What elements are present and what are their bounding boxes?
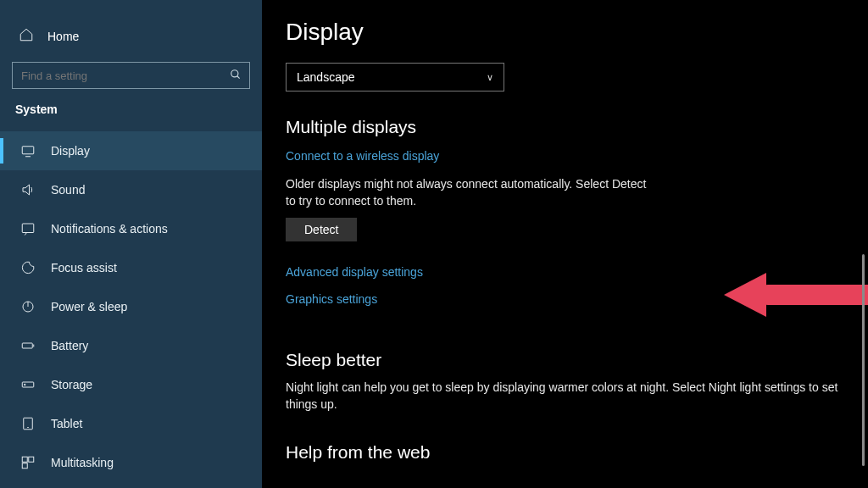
battery-icon	[20, 338, 36, 353]
tablet-icon	[20, 416, 36, 431]
power-icon	[20, 299, 36, 314]
search-icon	[230, 69, 242, 83]
svg-rect-13	[22, 457, 27, 462]
multiple-displays-heading: Multiple displays	[286, 117, 853, 137]
svg-rect-15	[22, 463, 27, 469]
display-icon	[20, 143, 36, 158]
home-button[interactable]: Home	[0, 24, 262, 62]
orientation-value: Landscape	[297, 70, 355, 84]
sidebar-item-label: Power & sleep	[51, 300, 127, 313]
svg-rect-14	[29, 457, 34, 462]
focus-assist-icon	[20, 260, 36, 275]
graphics-settings-link[interactable]: Graphics settings	[286, 292, 853, 306]
svg-rect-2	[22, 147, 34, 154]
sidebar-item-label: Battery	[51, 339, 88, 352]
sidebar-item-label: Tablet	[51, 417, 82, 430]
sidebar-item-label: Multitasking	[51, 456, 114, 469]
sidebar-item-sound[interactable]: Sound	[0, 170, 262, 209]
older-displays-text: Older displays might not always connect …	[286, 176, 650, 209]
sidebar-item-tablet[interactable]: Tablet	[0, 404, 262, 443]
sleep-better-text: Night light can help you get to sleep by…	[286, 379, 845, 413]
sidebar-item-label: Sound	[51, 183, 85, 197]
sidebar-item-label: Notifications & actions	[51, 222, 168, 236]
home-label: Home	[47, 30, 79, 43]
page-title: Display	[286, 19, 853, 46]
sidebar-item-storage[interactable]: Storage	[0, 365, 262, 404]
detect-button[interactable]: Detect	[286, 218, 357, 241]
sidebar-item-notifications[interactable]: Notifications & actions	[0, 209, 262, 248]
home-icon	[19, 27, 34, 45]
sidebar-item-label: Display	[51, 144, 90, 158]
sidebar-item-label: Storage	[51, 378, 92, 391]
sidebar: Home System Display Sound Notificat	[0, 0, 262, 488]
sound-icon	[20, 182, 36, 197]
svg-rect-4	[22, 224, 34, 233]
sidebar-item-display[interactable]: Display	[0, 131, 262, 170]
sidebar-item-power-sleep[interactable]: Power & sleep	[0, 287, 262, 326]
nav-list: Display Sound Notifications & actions Fo…	[0, 131, 262, 482]
settings-window: Home System Display Sound Notificat	[0, 0, 868, 488]
connect-wireless-link[interactable]: Connect to a wireless display	[286, 149, 853, 163]
scrollbar[interactable]	[862, 254, 865, 466]
sleep-better-heading: Sleep better	[286, 350, 853, 370]
orientation-dropdown[interactable]: Landscape ∨	[286, 63, 504, 92]
svg-rect-7	[22, 343, 32, 348]
help-from-web-heading: Help from the web	[286, 442, 853, 463]
category-label: System	[0, 103, 262, 131]
notifications-icon	[20, 221, 36, 236]
main-content: Display Landscape ∨ Multiple displays Co…	[262, 0, 868, 488]
advanced-display-link[interactable]: Advanced display settings	[286, 265, 853, 279]
sidebar-item-multitasking[interactable]: Multitasking	[0, 443, 262, 482]
chevron-down-icon: ∨	[487, 72, 493, 83]
sidebar-item-label: Focus assist	[51, 261, 117, 274]
sidebar-item-focus-assist[interactable]: Focus assist	[0, 248, 262, 287]
svg-point-10	[25, 384, 26, 385]
search-input[interactable]	[12, 62, 250, 89]
svg-line-1	[237, 76, 240, 79]
multitasking-icon	[20, 455, 36, 470]
svg-point-0	[231, 70, 238, 77]
search-container	[12, 62, 250, 89]
storage-icon	[20, 377, 36, 392]
sidebar-item-battery[interactable]: Battery	[0, 326, 262, 365]
